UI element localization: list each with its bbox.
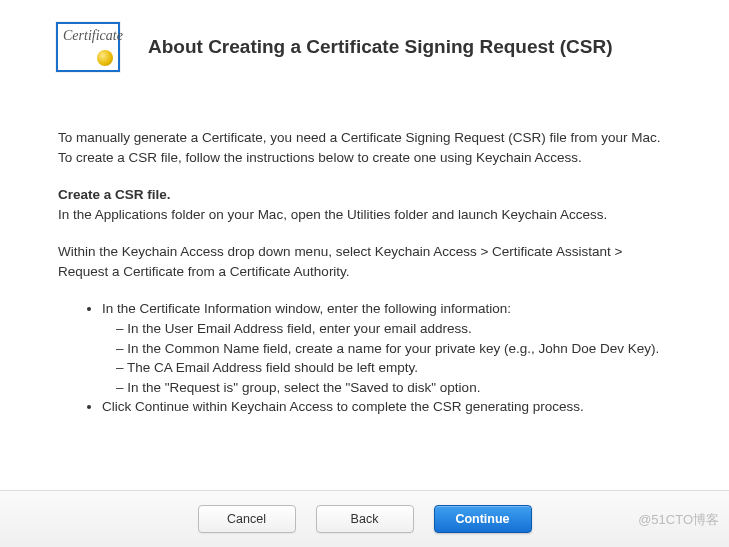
- section-heading: Create a CSR file.: [58, 185, 671, 205]
- instruction-list: In the Certificate Information window, e…: [58, 299, 671, 416]
- list-item-continue: Click Continue within Keychain Access to…: [102, 397, 671, 417]
- instruction-sublist: In the User Email Address field, enter y…: [102, 319, 671, 397]
- dialog-content: Certificate About Creating a Certificate…: [0, 0, 729, 417]
- continue-button[interactable]: Continue: [434, 505, 532, 533]
- back-button[interactable]: Back: [316, 505, 414, 533]
- dialog-header: Certificate About Creating a Certificate…: [0, 0, 729, 94]
- sub-item-email: In the User Email Address field, enter y…: [116, 319, 671, 339]
- list-item: In the Certificate Information window, e…: [102, 299, 671, 397]
- intro-text: To manually generate a Certificate, you …: [58, 128, 671, 167]
- certificate-icon: Certificate: [56, 22, 120, 72]
- certificate-icon-label: Certificate: [63, 28, 123, 44]
- step-menu-path: Within the Keychain Access drop down men…: [58, 242, 671, 281]
- dialog-body: To manually generate a Certificate, you …: [0, 94, 729, 417]
- cancel-button[interactable]: Cancel: [198, 505, 296, 533]
- page-title: About Creating a Certificate Signing Req…: [148, 36, 612, 58]
- sub-item-common-name: In the Common Name field, create a name …: [116, 339, 671, 359]
- create-csr-section: Create a CSR file. In the Applications f…: [58, 185, 671, 224]
- step-open-keychain: In the Applications folder on your Mac, …: [58, 207, 607, 222]
- bullet-cert-info: In the Certificate Information window, e…: [102, 301, 511, 316]
- seal-icon: [97, 50, 113, 66]
- dialog-footer: Cancel Back Continue: [0, 490, 729, 547]
- sub-item-saved-to-disk: In the "Request is" group, select the "S…: [116, 378, 671, 398]
- sub-item-ca-email: The CA Email Address field should be lef…: [116, 358, 671, 378]
